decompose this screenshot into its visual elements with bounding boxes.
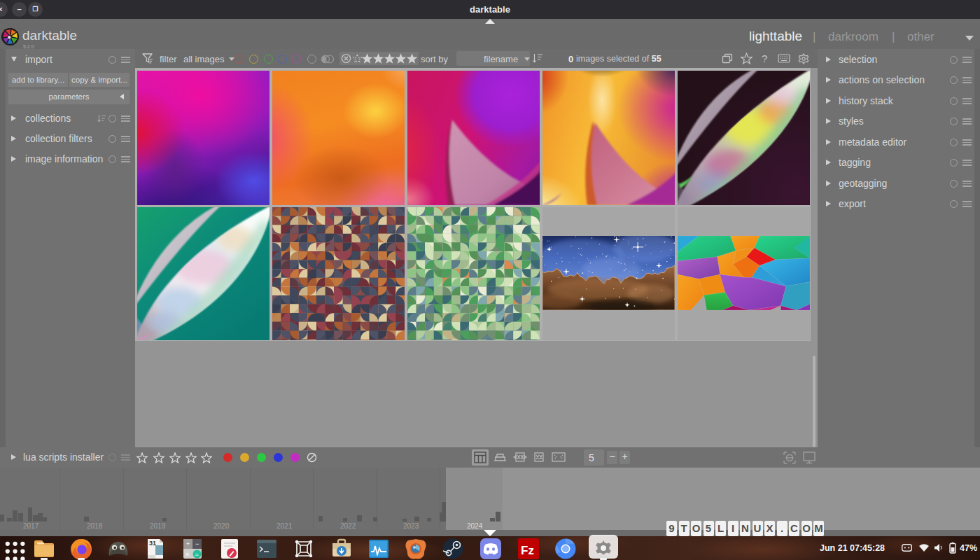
svg-text:Fz: Fz (521, 544, 534, 557)
svg-text:−: − (195, 540, 199, 547)
svg-text:×: × (186, 551, 189, 558)
svg-text:+: + (186, 540, 190, 547)
svg-text:31: 31 (149, 540, 156, 547)
svg-text:=: = (195, 551, 199, 558)
